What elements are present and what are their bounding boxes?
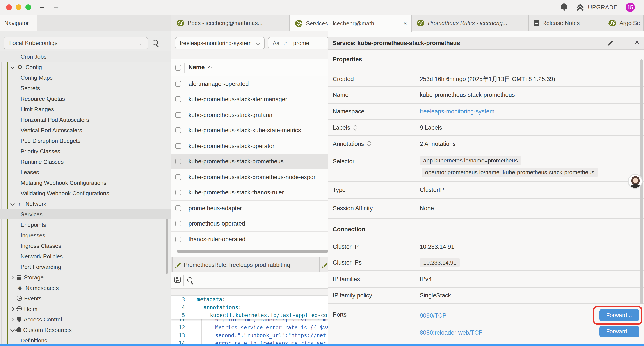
horizontal-scrollbar[interactable]: [177, 250, 328, 253]
sidebar-item[interactable]: Validating Webhook Configurations: [0, 188, 171, 198]
chevron-icon[interactable]: [10, 317, 14, 321]
annotations-count[interactable]: 2 Annotations: [420, 141, 456, 147]
table-row[interactable]: thanos-ruler-operated: [171, 232, 328, 247]
sort-ascending-icon[interactable]: [208, 66, 212, 70]
table-row[interactable]: kube-prometheus-stack-prometheus: [171, 154, 328, 169]
back-arrow-icon[interactable]: ←: [38, 3, 46, 10]
notification-count-badge[interactable]: 15: [626, 3, 635, 12]
table-row[interactable]: kube-prometheus-stack-kube-state-metrics: [171, 123, 328, 138]
minimize-window-button[interactable]: [16, 4, 22, 10]
chevron-icon[interactable]: [10, 202, 14, 206]
editor-tab[interactable]: PrometheusRule: freeleaps-prod-rabbitmq: [172, 257, 319, 272]
sidebar-item[interactable]: Config: [0, 62, 171, 72]
row-checkbox[interactable]: [175, 81, 181, 87]
runbook-url-link[interactable]: https://net: [291, 333, 326, 339]
sidebar-item[interactable]: Mutating Webhook Configurations: [0, 177, 171, 188]
row-checkbox[interactable]: [175, 97, 181, 102]
table-row[interactable]: kube-prometheus-stack-grafana: [171, 107, 328, 123]
sidebar-item[interactable]: Helm: [0, 304, 171, 314]
sidebar-item[interactable]: Network: [0, 198, 171, 209]
sidebar-item[interactable]: Custom Resources: [0, 325, 171, 335]
table-row[interactable]: kube-prometheus-stack-alertmanager: [171, 92, 328, 107]
sidebar-item[interactable]: Runtime Classes: [0, 156, 171, 167]
app-tab[interactable]: Pods - icecheng@mathmas...: [171, 15, 290, 31]
table-row[interactable]: prometheus-operated: [171, 216, 328, 232]
sidebar-item[interactable]: Leases: [0, 167, 171, 177]
sidebar-item[interactable]: Definitions: [0, 335, 171, 344]
sidebar-item[interactable]: Events: [0, 293, 171, 304]
editor-tab[interactable]: [319, 257, 328, 272]
chevron-icon[interactable]: [10, 275, 14, 279]
sidebar-item[interactable]: Namespaces: [0, 283, 171, 293]
navigator-tab[interactable]: Navigator: [0, 15, 37, 31]
forward-arrow-icon[interactable]: →: [52, 3, 60, 10]
row-checkbox[interactable]: [175, 128, 181, 133]
match-case-toggle[interactable]: Aa: [273, 40, 280, 46]
table-row[interactable]: prometheus-adapter: [171, 201, 328, 216]
row-checkbox[interactable]: [175, 143, 181, 149]
expander-icon[interactable]: [353, 125, 357, 130]
port-link[interactable]: 8080:reloader-web/TCP: [420, 329, 483, 336]
app-tab[interactable]: Prometheus Rules - icecheng...: [412, 15, 529, 31]
upgrade-button[interactable]: UPGRADE: [588, 4, 618, 10]
app-tab[interactable]: Services - icecheng@math... ×: [290, 15, 412, 31]
app-tab[interactable]: Argo Se: [603, 15, 644, 31]
table-row[interactable]: alertmanager-operated: [171, 76, 328, 92]
table-filter-input[interactable]: Aa .* prome: [268, 37, 328, 49]
forward-button[interactable]: Forward...: [599, 326, 639, 337]
select-all-checkbox[interactable]: [175, 65, 181, 70]
sidebar-item[interactable]: Config Maps: [0, 72, 171, 83]
row-checkbox[interactable]: [175, 112, 181, 118]
upgrade-chevrons-icon[interactable]: [577, 4, 584, 11]
namespace-link[interactable]: freeleaps-monitoring-system: [420, 108, 494, 115]
sidebar-item[interactable]: Cron Jobs: [0, 51, 171, 62]
sidebar-item[interactable]: Horizontal Pod Autoscalers: [0, 114, 171, 125]
labels-count[interactable]: 9 Labels: [420, 124, 442, 131]
editor-search-icon[interactable]: [187, 277, 192, 283]
table-row[interactable]: kube-prometheus-stack-thanos-ruler: [171, 185, 328, 201]
row-checkbox[interactable]: [175, 174, 181, 180]
avatar[interactable]: [628, 174, 643, 189]
regex-toggle[interactable]: .*: [284, 40, 288, 46]
port-link[interactable]: 9090/TCP: [420, 312, 483, 319]
kubeconfig-select[interactable]: Local Kubeconfigs: [4, 37, 148, 49]
sidebar-item[interactable]: Pod Disruption Budgets: [0, 135, 171, 146]
close-window-button[interactable]: [6, 4, 12, 10]
sidebar-item[interactable]: Network Policies: [0, 251, 171, 262]
sidebar-item[interactable]: Endpoints: [0, 219, 171, 230]
edit-icon[interactable]: [609, 40, 613, 45]
notifications-bell-icon[interactable]: [561, 4, 567, 9]
close-icon[interactable]: ×: [635, 38, 639, 47]
sidebar-item[interactable]: Resource Quotas: [0, 93, 171, 104]
sidebar-item[interactable]: Secrets: [0, 83, 171, 93]
sidebar-item[interactable]: Services: [0, 209, 171, 219]
sidebar-item[interactable]: Ingresses: [0, 230, 171, 240]
expander-icon[interactable]: [367, 141, 371, 147]
sidebar-item[interactable]: Ingress Classes: [0, 240, 171, 251]
sidebar-item[interactable]: Limit Ranges: [0, 104, 171, 114]
chevron-icon[interactable]: [10, 328, 14, 332]
namespace-select[interactable]: freeleaps-monitoring-system: [175, 37, 265, 49]
table-row[interactable]: kube-prometheus-stack-prometheus-node-ex…: [171, 169, 328, 185]
row-checkbox[interactable]: [175, 221, 181, 227]
sidebar-scrollbar[interactable]: [166, 219, 168, 274]
search-icon[interactable]: [152, 40, 158, 45]
row-checkbox[interactable]: [175, 205, 181, 211]
sidebar-item[interactable]: Priority Classes: [0, 146, 171, 156]
row-checkbox[interactable]: [175, 237, 181, 242]
close-icon[interactable]: ×: [403, 20, 407, 27]
sidebar-item[interactable]: Storage: [0, 272, 171, 283]
save-icon[interactable]: [174, 277, 180, 283]
yaml-editor[interactable]: 11 0", for: 1m , labels :{ service : m 1…: [171, 296, 328, 344]
app-tab[interactable]: Release Notes: [529, 15, 603, 31]
chevron-icon[interactable]: [10, 307, 14, 311]
table-row[interactable]: kube-prometheus-stack-operator: [171, 138, 328, 154]
name-column-header[interactable]: Name: [188, 64, 205, 70]
sidebar-item[interactable]: Access Control: [0, 314, 171, 325]
row-checkbox[interactable]: [175, 190, 181, 196]
chevron-icon[interactable]: [10, 65, 14, 69]
maximize-window-button[interactable]: [26, 4, 31, 10]
sidebar-item[interactable]: Vertical Pod Autoscalers: [0, 125, 171, 135]
sidebar-item[interactable]: Port Forwarding: [0, 262, 171, 272]
row-checkbox[interactable]: [175, 159, 181, 164]
